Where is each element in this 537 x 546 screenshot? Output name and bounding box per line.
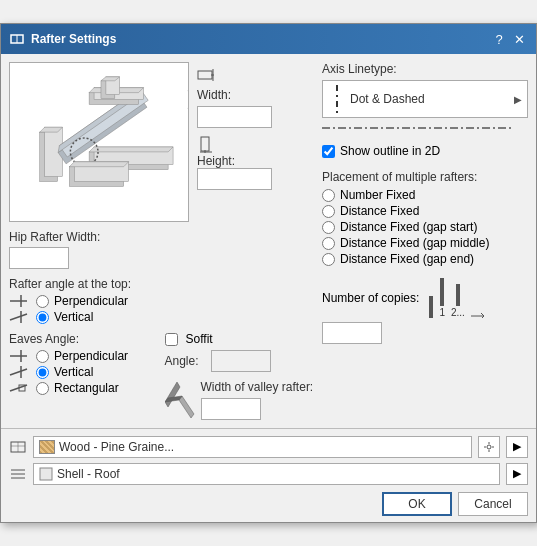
svg-rect-24 <box>198 71 212 79</box>
help-button[interactable]: ? <box>490 30 508 48</box>
width-label: Width: <box>197 88 231 102</box>
width-input[interactable]: 80 <box>197 106 272 128</box>
placement-opt-4[interactable]: Distance Fixed (gap end) <box>322 252 528 266</box>
eaves-rect-radio[interactable] <box>36 382 49 395</box>
eaves-vert-icon <box>9 365 31 379</box>
layer-selector[interactable]: Shell - Roof <box>33 463 500 485</box>
soffit-row: Soffit <box>165 332 315 346</box>
cancel-button[interactable]: Cancel <box>458 492 528 516</box>
material-settings-button[interactable] <box>478 436 500 458</box>
hip-rafter-input[interactable]: 80 <box>9 247 69 269</box>
rafter-angle-group: Perpendicular Vertical <box>9 294 314 324</box>
height-field-row: Height: <box>197 154 272 168</box>
height-icon <box>197 136 215 154</box>
material-row: Wood - Pine Graine... ▶ <box>9 435 528 459</box>
axis-linetype-section: Axis Linetype: Dot & Dashed ▶ <box>322 62 528 138</box>
placement-opt-2[interactable]: Distance Fixed (gap start) <box>322 220 528 234</box>
linetype-name: Dot & Dashed <box>350 92 510 106</box>
eaves-perp-radio[interactable] <box>36 350 49 363</box>
placement-opt-0[interactable]: Number Fixed <box>322 188 528 202</box>
layer-arrow-button[interactable]: ▶ <box>506 463 528 485</box>
svg-marker-4 <box>89 147 173 152</box>
eaves-perp-label: Perpendicular <box>54 349 128 363</box>
svg-point-48 <box>487 445 491 449</box>
lt-seg4 <box>336 111 338 113</box>
valley-icon <box>165 382 195 418</box>
soffit-valley-column: Soffit Angle: 20.00° Wi <box>165 332 315 419</box>
copies-label: Number of copies: <box>322 291 419 305</box>
linetype-preview <box>328 84 346 114</box>
dimension-fields: Width: 80 <box>197 62 272 222</box>
layer-row: Shell - Roof ▶ <box>9 462 528 486</box>
placement-options: Number Fixed Distance Fixed Distance Fix… <box>322 188 528 266</box>
show-outline-label: Show outline in 2D <box>340 144 440 158</box>
rafter-perp-radio[interactable] <box>36 295 49 308</box>
valley-label-box: Width of valley rafter: 80 <box>201 380 314 419</box>
rafter-illustration <box>10 63 188 221</box>
bottom-row: Eaves Angle: Perpendicular <box>9 332 314 419</box>
eaves-vert-radio[interactable] <box>36 366 49 379</box>
placement-opt-1[interactable]: Distance Fixed <box>322 204 528 218</box>
lt-seg2 <box>336 95 338 97</box>
height-icon-row <box>197 136 272 154</box>
material-arrow-button[interactable]: ▶ <box>506 436 528 458</box>
placement-opt-3[interactable]: Distance Fixed (gap middle) <box>322 236 528 250</box>
linetype-dashes <box>322 124 528 132</box>
material-selector[interactable]: Wood - Pine Graine... <box>33 436 472 458</box>
svg-line-36 <box>10 369 27 375</box>
ok-button[interactable]: OK <box>382 492 452 516</box>
rafter-perp-label: Perpendicular <box>54 294 128 308</box>
close-button[interactable]: ✕ <box>510 30 528 48</box>
linetype-selector[interactable]: Dot & Dashed ▶ <box>322 80 528 118</box>
angle-input[interactable]: 20.00° <box>211 350 271 372</box>
placement-radio-0[interactable] <box>322 189 335 202</box>
title-bar-left: Rafter Settings <box>9 31 116 47</box>
layer-label: Shell - Roof <box>57 467 120 481</box>
placement-radio-2[interactable] <box>322 221 335 234</box>
eaves-perp-icon <box>9 349 31 363</box>
svg-marker-20 <box>69 162 128 167</box>
lt-seg1 <box>336 85 338 91</box>
copies-input[interactable]: 0 <box>322 322 382 344</box>
show-outline-checkbox[interactable] <box>322 145 335 158</box>
height-input[interactable]: 160 <box>197 168 272 190</box>
valley-section: Width of valley rafter: 80 <box>165 380 315 419</box>
soffit-checkbox[interactable] <box>165 333 178 346</box>
svg-marker-41 <box>179 396 194 418</box>
placement-radio-1[interactable] <box>322 205 335 218</box>
rafter-vert-radio[interactable] <box>36 311 49 324</box>
rafter-bar-2: 1 <box>439 278 445 318</box>
perpendicular-icon <box>9 294 31 308</box>
svg-rect-27 <box>201 137 209 151</box>
vertical-icon <box>9 310 31 324</box>
eaves-rect-option[interactable]: Rectangular <box>9 381 159 395</box>
lt-seg3 <box>336 101 338 107</box>
settings-icon <box>483 441 495 453</box>
placement-label-1: Distance Fixed <box>340 204 419 218</box>
footer: Wood - Pine Graine... ▶ <box>1 428 536 522</box>
eaves-perp-option[interactable]: Perpendicular <box>9 349 159 363</box>
placement-label: Placement of multiple rafters: <box>322 170 528 184</box>
placement-label-4: Distance Fixed (gap end) <box>340 252 474 266</box>
axis-linetype-label: Axis Linetype: <box>322 62 528 76</box>
soffit-label: Soffit <box>186 332 213 346</box>
placement-radio-4[interactable] <box>322 253 335 266</box>
rafter-perp-option[interactable]: Perpendicular <box>9 294 314 308</box>
eaves-column: Eaves Angle: Perpendicular <box>9 332 159 419</box>
placement-label-3: Distance Fixed (gap middle) <box>340 236 489 250</box>
eaves-vert-option[interactable]: Vertical <box>9 365 159 379</box>
height-label: Height: <box>197 154 235 168</box>
rafter-angle-section: Rafter angle at the top: Perpendicular <box>9 277 314 324</box>
angle-label: Angle: <box>165 354 199 368</box>
rafter-vert-option[interactable]: Vertical <box>9 310 314 324</box>
dialog-title: Rafter Settings <box>31 32 116 46</box>
dialog-icon <box>9 31 25 47</box>
dashed-line-svg <box>322 124 512 132</box>
eaves-vert-label: Vertical <box>54 365 93 379</box>
valley-input[interactable]: 80 <box>201 398 261 420</box>
footer-buttons: OK Cancel <box>9 492 528 516</box>
placement-section: Placement of multiple rafters: Number Fi… <box>322 170 528 272</box>
placement-radio-3[interactable] <box>322 237 335 250</box>
title-bar: Rafter Settings ? ✕ <box>1 24 536 54</box>
width-icon <box>197 66 215 84</box>
